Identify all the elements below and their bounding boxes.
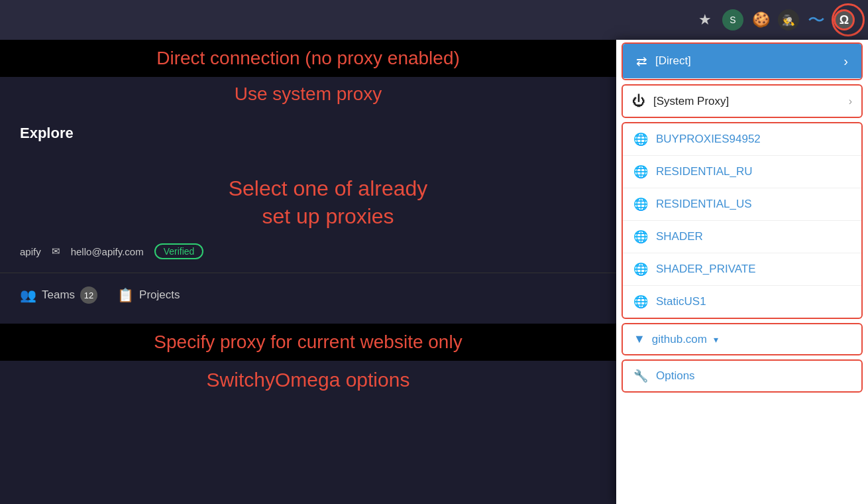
- wave-icon[interactable]: 〜: [806, 9, 827, 31]
- options-item[interactable]: 🔧 Options: [622, 359, 863, 393]
- globe-icon-2: 🌐: [633, 164, 648, 179]
- specify-proxy-banner: Specify proxy for current website only: [0, 324, 616, 361]
- verified-badge: Verified: [154, 243, 204, 259]
- email-address: hello@apify.com: [71, 246, 144, 257]
- direct-item-container: ⇄ [Direct] ›: [622, 42, 863, 80]
- star-icon[interactable]: ★: [694, 9, 716, 31]
- proxy-item-buyproxies[interactable]: 🌐 BUYPROXIES94952: [623, 123, 861, 156]
- direct-icon: ⇄: [636, 53, 647, 69]
- system-proxy-label: [System Proxy]: [653, 95, 729, 108]
- page-content: Direct connection (no proxy enabled) Use…: [0, 40, 616, 504]
- globe-icon-5: 🌐: [633, 262, 648, 277]
- teams-count: 12: [80, 286, 97, 304]
- power-icon: ⏻: [632, 94, 645, 109]
- teams-projects-row: 👥 Teams 12 📋 Projects: [0, 273, 616, 317]
- system-proxy-item[interactable]: ⏻ [System Proxy] ›: [622, 84, 863, 118]
- chevron-right-icon: ›: [843, 54, 848, 69]
- direct-connection-text: Direct connection (no proxy enabled): [13, 48, 603, 69]
- projects-label: Projects: [139, 288, 180, 302]
- switchy-omega-options-text: SwitchyOmega options: [0, 361, 616, 399]
- spy-icon[interactable]: 🕵: [778, 9, 799, 31]
- globe-icon-6: 🌐: [633, 294, 648, 309]
- specify-proxy-text: Specify proxy for current website only: [13, 332, 603, 353]
- globe-icon-4: 🌐: [633, 229, 648, 244]
- direct-connection-banner: Direct connection (no proxy enabled): [0, 40, 616, 77]
- teams-icon: 👥: [20, 287, 36, 303]
- teams-label: Teams: [42, 288, 75, 302]
- options-label: Options: [656, 369, 695, 383]
- chevron-right-system-icon: ›: [849, 95, 852, 107]
- globe-icon-3: 🌐: [633, 197, 648, 212]
- proxy-item-shader-private[interactable]: 🌐 SHADER_PRIVATE: [623, 253, 861, 286]
- org-label: apify: [20, 246, 41, 257]
- proxy-label-shader: SHADER: [656, 230, 703, 243]
- email-icon: ✉: [52, 245, 60, 257]
- proxy-label-shader-private: SHADER_PRIVATE: [656, 263, 756, 276]
- proxy-panel: ⇄ [Direct] › ⏻ [System Proxy] › 🌐 BUYPRO…: [616, 40, 868, 504]
- github-filter-label: github.com: [652, 333, 707, 346]
- projects-icon: 📋: [117, 287, 134, 303]
- explore-heading: Explore: [0, 111, 616, 155]
- direct-label: [Direct]: [655, 54, 691, 68]
- proxy-label-buyproxies: BUYPROXIES94952: [656, 133, 761, 146]
- globe-icon-1: 🌐: [633, 132, 648, 147]
- proxy-item-shader[interactable]: 🌐 SHADER: [623, 221, 861, 253]
- cookie-icon[interactable]: 🍪: [750, 9, 771, 31]
- use-system-proxy-text: Use system proxy: [0, 77, 616, 111]
- dropdown-arrow-icon: ▾: [714, 334, 718, 345]
- proxy-group: 🌐 BUYPROXIES94952 🌐 RESIDENTIAL_RU 🌐 RES…: [622, 122, 863, 319]
- extension-s-icon[interactable]: S: [722, 9, 743, 31]
- proxy-item-residential-ru[interactable]: 🌐 RESIDENTIAL_RU: [623, 156, 861, 188]
- user-info-row: apify ✉ hello@apify.com Verified: [0, 237, 616, 266]
- direct-proxy-item[interactable]: ⇄ [Direct] ›: [623, 44, 861, 79]
- omega-icon[interactable]: Ω: [834, 9, 855, 31]
- proxy-label-static-us1: StaticUS1: [656, 295, 706, 308]
- proxy-label-residential-ru: RESIDENTIAL_RU: [656, 165, 752, 178]
- select-proxies-text: Select one of alreadyset up proxies: [0, 155, 616, 237]
- teams-item[interactable]: 👥 Teams 12: [20, 286, 97, 304]
- filter-icon: ▼: [633, 332, 645, 346]
- projects-item[interactable]: 📋 Projects: [117, 287, 180, 303]
- proxy-item-static-us1[interactable]: 🌐 StaticUS1: [623, 286, 861, 318]
- browser-toolbar: ★ S 🍪 🕵 〜 Ω: [0, 0, 868, 40]
- github-filter-item[interactable]: ▼ github.com ▾: [622, 323, 863, 355]
- proxy-item-residential-us[interactable]: 🌐 RESIDENTIAL_US: [623, 188, 861, 221]
- proxy-label-residential-us: RESIDENTIAL_US: [656, 198, 752, 211]
- wrench-icon: 🔧: [633, 369, 648, 383]
